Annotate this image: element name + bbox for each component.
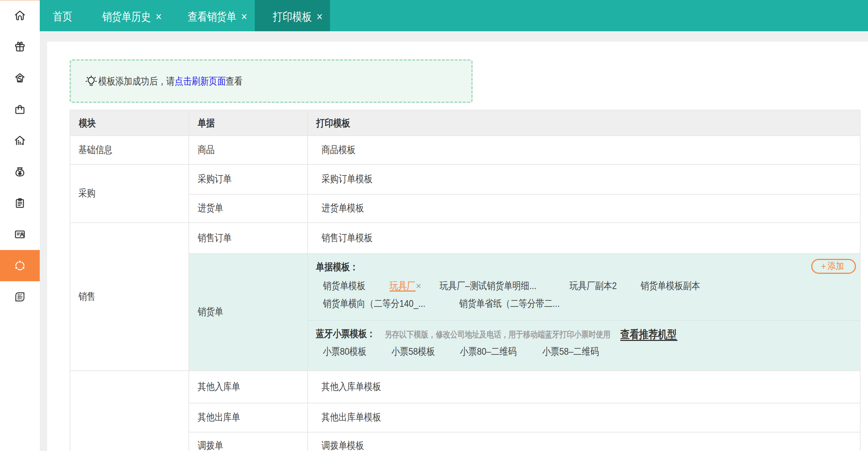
svg-text:新: 新: [17, 294, 23, 300]
